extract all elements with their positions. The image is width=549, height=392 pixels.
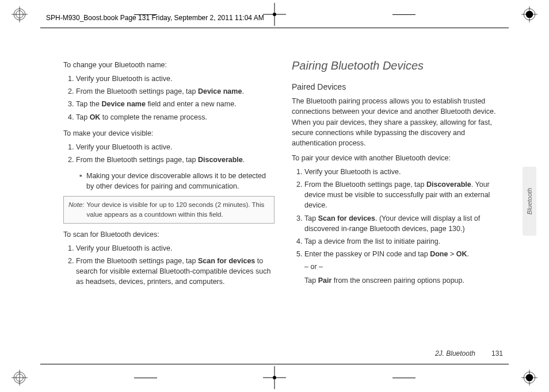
cross-mark-icon xyxy=(263,366,286,389)
registration-mark-icon xyxy=(521,6,537,22)
note-label: Note: xyxy=(68,200,85,219)
page-frame: Bluetooth To change your Bluetooth name:… xyxy=(58,34,509,358)
list-item: From the Bluetooth settings page, tap Di… xyxy=(304,179,503,210)
list-item: Verify your Bluetooth is active. xyxy=(76,142,274,152)
list-item: Verify your Bluetooth is active. xyxy=(304,167,503,177)
chapter-label: 2J. Bluetooth xyxy=(435,349,475,358)
list-pair: Verify your Bluetooth is active. From th… xyxy=(304,167,503,286)
registration-mark-icon xyxy=(12,370,28,386)
list-item: From the Bluetooth settings page, tap Di… xyxy=(76,155,274,165)
list-item: Tap a device from the list to initiate p… xyxy=(304,236,503,247)
list-make-visible: Verify your Bluetooth is active. From th… xyxy=(76,142,274,165)
section-title: Pairing Bluetooth Devices xyxy=(292,57,503,74)
left-column: To change your Bluetooth name: Verify yo… xyxy=(63,57,274,352)
registration-mark-icon xyxy=(521,370,537,386)
svg-point-17 xyxy=(273,376,276,379)
list-item: Verify your Bluetooth is active. xyxy=(76,74,274,84)
page-footer: 2J. Bluetooth 131 xyxy=(435,349,503,358)
page-number: 131 xyxy=(491,349,503,358)
header-rule xyxy=(40,28,509,28)
list-item: Verify your Bluetooth is active. xyxy=(76,243,274,253)
list-scan: Verify your Bluetooth is active. From th… xyxy=(76,243,274,287)
side-tab: Bluetooth xyxy=(523,167,536,236)
list-change-name: Verify your Bluetooth is active. From th… xyxy=(76,74,274,122)
sub-bullet: Making your device discoverable allows i… xyxy=(79,171,274,191)
side-tab-label: Bluetooth xyxy=(526,188,533,214)
right-column: Pairing Bluetooth Devices Paired Devices… xyxy=(292,57,503,352)
alt-step: Tap Pair from the onscreen pairing optio… xyxy=(304,275,503,286)
list-item: Tap Scan for devices. (Your device will … xyxy=(304,213,503,234)
cross-mark-icon xyxy=(263,3,286,26)
note-text: Your device is visible for up to 120 sec… xyxy=(87,200,270,219)
heading-pair: To pair your device with another Bluetoo… xyxy=(292,153,503,163)
note-box: Note: Your device is visible for up to 1… xyxy=(63,196,274,223)
list-item: Tap the Device name field and enter a ne… xyxy=(76,99,274,109)
registration-mark-icon xyxy=(12,6,28,22)
list-item: From the Bluetooth settings page, tap De… xyxy=(76,86,274,97)
footer-rule xyxy=(40,364,509,364)
subsection-title: Paired Devices xyxy=(292,81,503,93)
list-item: From the Bluetooth settings page, tap Sc… xyxy=(76,256,274,287)
intro-paragraph: The Bluetooth pairing process allows you… xyxy=(292,96,503,148)
heading-make-visible: To make your device visible: xyxy=(63,128,274,139)
crop-footer xyxy=(0,363,549,392)
or-separator: – or – xyxy=(304,262,503,272)
crop-info-text: SPH-M930_Boost.book Page 131 Friday, Sep… xyxy=(46,14,264,22)
list-item: Enter the passkey or PIN code and tap Do… xyxy=(304,249,503,286)
heading-scan: To scan for Bluetooth devices: xyxy=(63,229,274,240)
heading-change-name: To change your Bluetooth name: xyxy=(63,60,274,70)
svg-point-6 xyxy=(273,13,276,16)
list-item: Tap OK to complete the rename process. xyxy=(76,112,274,122)
